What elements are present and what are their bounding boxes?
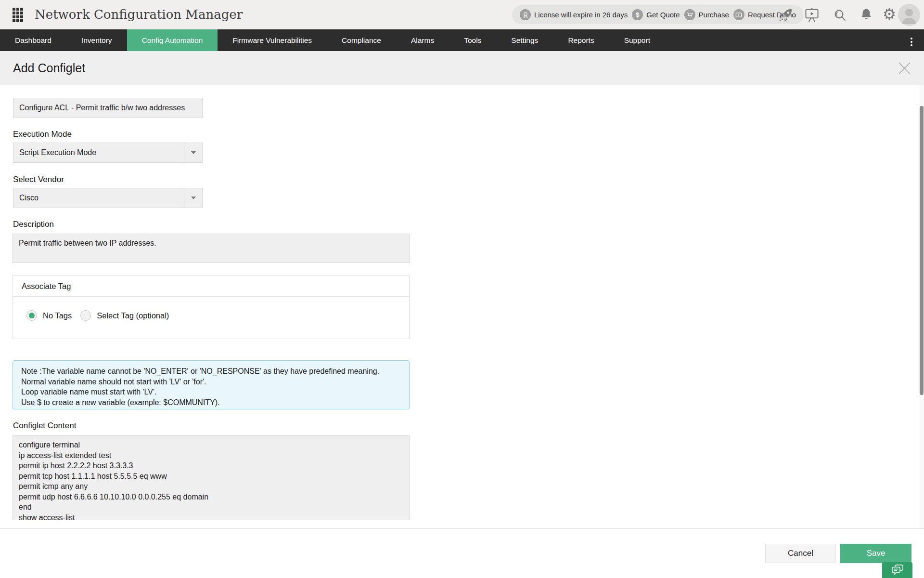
no-tags-radio[interactable]	[26, 310, 37, 321]
settings-gear-icon[interactable]: ⚙	[883, 7, 896, 22]
purchase-label: Purchase	[699, 11, 729, 19]
demo-icon	[733, 9, 744, 20]
configlet-content-textarea[interactable]: configure terminal ip access-list extend…	[13, 435, 410, 520]
save-button[interactable]: Save	[840, 544, 911, 563]
license-banner-pill: License will expire in 26 days $ Get Quo…	[512, 5, 804, 24]
select-vendor-label: Select Vendor	[13, 175, 64, 184]
content-line: show access-list	[19, 512, 403, 521]
app-title: Network Configuration Manager	[35, 0, 243, 29]
tab-compliance[interactable]: Compliance	[327, 29, 396, 51]
content-line: ip access-list extended test	[19, 450, 403, 461]
tab-alarms[interactable]: Alarms	[396, 29, 449, 51]
note-line: Loop variable name must start with 'LV'.	[21, 387, 402, 397]
configlet-content-label: Configlet Content	[13, 421, 76, 431]
tab-dashboard[interactable]: Dashboard	[0, 29, 66, 51]
associate-tag-title: Associate Tag	[13, 276, 409, 297]
top-bar: Network Configuration Manager License wi…	[0, 0, 924, 29]
execution-mode-dropdown[interactable]: Script Execution Mode	[13, 143, 203, 163]
apps-grid-icon[interactable]	[13, 8, 23, 22]
execution-mode-label: Execution Mode	[13, 130, 72, 139]
chat-bubbles-icon	[891, 564, 904, 578]
scrollbar-track[interactable]	[919, 85, 924, 528]
note-line: Use $ to create a new variable (example:…	[21, 397, 402, 408]
content-line: permit tcp host 1.1.1.1 host 5.5.5.5 eq …	[19, 471, 403, 482]
content-line: end	[19, 502, 403, 512]
description-value: Permit traffic between two IP addresses.	[19, 239, 156, 247]
tag-radio-group: No Tags Select Tag (optional)	[26, 310, 169, 321]
get-quote-button[interactable]: $ Get Quote	[632, 9, 680, 20]
tab-settings[interactable]: Settings	[496, 29, 553, 51]
tab-support[interactable]: Support	[609, 29, 665, 51]
scrollbar-thumb[interactable]	[920, 106, 924, 395]
notifications-bell-icon[interactable]	[859, 7, 873, 24]
configlet-name-input[interactable]	[13, 98, 203, 118]
tab-firmware-vulnerabilities[interactable]: Firmware Vulnerabilities	[218, 29, 327, 51]
content-line: permit ip host 2.2.2.2 host 3.3.3.3	[19, 460, 403, 471]
vendor-dropdown[interactable]: Cisco	[13, 188, 203, 208]
description-textarea[interactable]: Permit traffic between two IP addresses.	[13, 234, 410, 263]
getting-started-rocket-icon[interactable]	[778, 7, 794, 25]
license-expiry-label: License will expire in 26 days	[534, 11, 628, 19]
purchase-button[interactable]: Purchase	[684, 9, 729, 20]
chevron-down-icon[interactable]	[184, 143, 202, 162]
user-avatar[interactable]	[898, 4, 920, 26]
content-line: configure terminal	[19, 440, 403, 450]
select-tag-radio[interactable]	[80, 310, 91, 321]
variable-note-box: Note :The variable name cannot be 'NO_EN…	[13, 360, 410, 409]
description-label: Description	[13, 220, 54, 229]
close-icon[interactable]	[898, 62, 911, 75]
content-line: permit udp host 6.6.6.6 10.10.10.0 0.0.0…	[19, 492, 403, 502]
page-title: Add Configlet	[13, 51, 85, 85]
presentation-demo-icon[interactable]	[804, 7, 820, 25]
cart-icon	[684, 9, 695, 20]
main-nav: Dashboard Inventory Config Automation Fi…	[0, 29, 924, 51]
select-tag-label: Select Tag (optional)	[97, 311, 169, 320]
execution-mode-value: Script Execution Mode	[13, 143, 202, 162]
tab-reports[interactable]: Reports	[553, 29, 609, 51]
cancel-button[interactable]: Cancel	[765, 544, 836, 563]
medal-icon	[520, 9, 531, 20]
tab-config-automation[interactable]: Config Automation	[127, 29, 218, 51]
footer-divider	[0, 528, 924, 529]
search-icon[interactable]	[833, 8, 847, 25]
tab-inventory[interactable]: Inventory	[66, 29, 127, 51]
get-quote-label: Get Quote	[646, 11, 680, 19]
page-header: Add Configlet	[0, 51, 924, 85]
tab-tools[interactable]: Tools	[449, 29, 496, 51]
nav-overflow-menu-icon[interactable]	[907, 33, 916, 51]
no-tags-label: No Tags	[43, 311, 72, 320]
note-line: Note :The variable name cannot be 'NO_EN…	[21, 366, 402, 377]
vendor-value: Cisco	[13, 188, 202, 208]
content-line: permit icmp any any	[19, 481, 403, 492]
chat-widget-button[interactable]	[882, 562, 912, 578]
license-expiry-badge[interactable]: License will expire in 26 days	[520, 9, 628, 20]
note-line: Normal variable name should not start wi…	[21, 377, 402, 387]
chevron-down-icon[interactable]	[184, 188, 202, 208]
associate-tag-panel: Associate Tag No Tags Select Tag (option…	[13, 276, 410, 339]
dollar-icon: $	[632, 9, 643, 20]
